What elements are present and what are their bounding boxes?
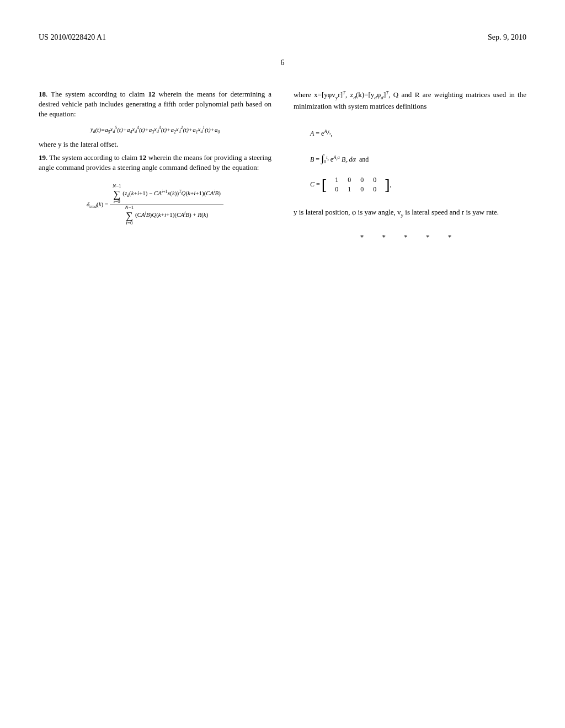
matrix-c-def: C = [ 1 0 0 0 0 1 0 0 ], [310, 175, 526, 194]
publication-date: Sep. 9, 2010 [488, 33, 526, 42]
left-column: 18. The system according to claim 12 whe… [39, 89, 271, 242]
right-column: where x=[yφvyr]T, zd(k)=[ydφd]T, Q and R… [294, 89, 526, 242]
claim-18-where: where y is the lateral offset. [39, 140, 271, 149]
publication-number: US 2010/0228420 A1 [39, 33, 106, 42]
matrix-a-def: A = eArts, [310, 125, 526, 142]
claim-number-19: 19 [39, 153, 46, 162]
claim-number-18: 18 [39, 90, 46, 98]
claim-19: 19. The system according to claim 12 whe… [39, 153, 271, 173]
claim-19-formula: δcmd(k) = N−1 ∑ i=0 (zd(k+i+1) − CAi+1x(… [39, 184, 271, 226]
matrix-definitions: A = eArts, B = ∫0ts eArα Br dα and C = [… [310, 125, 526, 194]
end-marker: * * * * * [294, 233, 526, 242]
claim-18-formula: yd(t)=a5xd5(t)+a4xd4(t)+a3xd3(t)+a2xd2(t… [39, 125, 271, 135]
matrix-b-def: B = ∫0ts eArα Br dα and [310, 146, 526, 171]
where-text: where x=[yφvyr]T, zd(k)=[ydφd]T, Q and R… [294, 89, 526, 111]
claim-18: 18. The system according to claim 12 whe… [39, 89, 271, 120]
final-text: y is lateral position, φ is yaw angle, v… [294, 207, 526, 218]
page-number: 6 [39, 58, 526, 67]
